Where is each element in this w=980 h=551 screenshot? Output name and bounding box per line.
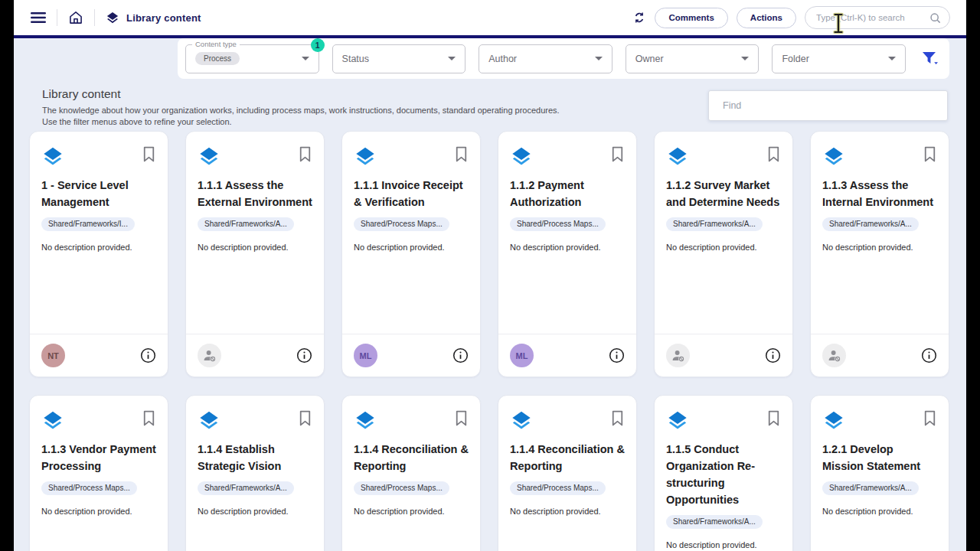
filter-funnel-icon[interactable] — [919, 51, 942, 67]
avatar-initials: NT — [47, 351, 59, 360]
card-title: 1.1.3 Assess the Internal Environment — [822, 177, 937, 210]
content-type-selected-chip[interactable]: Process — [195, 52, 240, 65]
card-description: No description provided. — [510, 243, 625, 252]
bookmark-icon[interactable] — [766, 146, 781, 162]
card-grid: 1 - Service Level Management Shared/Fram… — [29, 131, 949, 551]
process-layers-icon — [354, 410, 377, 431]
process-layers-icon — [198, 146, 220, 167]
person-off-icon — [202, 348, 217, 363]
card-path-chip: Shared/Frameworks/A... — [822, 217, 919, 231]
avatar — [198, 344, 221, 367]
process-layers-icon — [510, 146, 533, 167]
home-icon[interactable] — [68, 10, 83, 25]
bookmark-icon[interactable] — [923, 410, 937, 426]
card-description: No description provided. — [198, 507, 312, 516]
search-icon[interactable] — [929, 11, 942, 24]
info-icon[interactable] — [609, 347, 625, 364]
hamburger-menu-icon[interactable] — [31, 11, 46, 24]
global-search-box[interactable] — [805, 6, 950, 29]
card-path-chip: Shared/Frameworks/I... — [41, 217, 135, 231]
info-icon[interactable] — [140, 347, 156, 364]
process-layers-icon — [822, 146, 845, 167]
avatar-initials: ML — [360, 351, 372, 360]
library-card[interactable]: 1.2.1 Develop Mission Statement Shared/F… — [810, 395, 949, 551]
letterbox-left — [0, 0, 14, 551]
page-title: Library content — [42, 87, 697, 101]
page-header: Library content The knowledge about how … — [42, 87, 697, 128]
actions-button[interactable]: Actions — [737, 8, 796, 28]
card-path-chip: Shared/Frameworks/A... — [198, 217, 294, 231]
library-card[interactable]: 1.1.5 Conduct Organization Re-structurin… — [654, 395, 793, 551]
bookmark-icon[interactable] — [142, 146, 156, 162]
process-layers-icon — [41, 410, 64, 431]
card-description: No description provided. — [354, 507, 469, 516]
bookmark-icon[interactable] — [610, 410, 625, 426]
card-title: 1.1.2 Payment Authorization — [510, 177, 625, 210]
global-search-input[interactable] — [816, 13, 929, 22]
chevron-down-icon — [448, 57, 456, 60]
card-path-chip: Shared/Process Maps... — [354, 217, 449, 231]
card-title: 1.1.1 Invoice Receipt & Verification — [354, 177, 469, 210]
find-input[interactable] — [723, 100, 933, 111]
filter-bar: Content type Process 1 Status Author Own… — [178, 38, 949, 79]
library-card[interactable]: 1.1.3 Vendor Payment Processing Shared/P… — [29, 395, 168, 551]
library-card[interactable]: 1.1.4 Establish Strategic Vision Shared/… — [185, 395, 325, 551]
card-description: No description provided. — [41, 507, 156, 516]
refresh-icon[interactable] — [632, 11, 646, 24]
bookmark-icon[interactable] — [142, 410, 156, 426]
bookmark-icon[interactable] — [923, 146, 937, 162]
process-layers-icon — [666, 410, 689, 431]
library-card[interactable]: 1 - Service Level Management Shared/Fram… — [29, 131, 168, 377]
bookmark-icon[interactable] — [610, 146, 625, 162]
owner-filter[interactable]: Owner — [626, 44, 760, 73]
filter-count-badge: 1 — [311, 38, 325, 52]
info-icon[interactable] — [765, 347, 781, 364]
content-type-filter[interactable]: Content type Process 1 — [185, 44, 319, 73]
info-icon[interactable] — [921, 347, 937, 364]
comments-button[interactable]: Comments — [655, 8, 727, 28]
bookmark-icon[interactable] — [298, 410, 312, 426]
info-icon[interactable] — [452, 347, 469, 364]
library-card[interactable]: 1.1.4 Reconciliation & Reporting Shared/… — [498, 395, 637, 551]
person-off-icon — [671, 348, 685, 363]
folder-filter[interactable]: Folder — [772, 44, 906, 73]
bookmark-icon[interactable] — [766, 410, 781, 426]
card-path-chip: Shared/Frameworks/A... — [822, 481, 919, 495]
author-label: Author — [488, 54, 517, 64]
card-path-chip: Shared/Frameworks/A... — [198, 481, 294, 495]
avatar-initials: ML — [516, 351, 528, 360]
bookmark-icon[interactable] — [454, 146, 469, 162]
card-path-chip: Shared/Process Maps... — [510, 217, 606, 231]
app-window: Library content Comments Actions Content… — [14, 0, 966, 551]
library-card[interactable]: 1.1.2 Survey Market and Determine Needs … — [654, 131, 793, 377]
status-filter[interactable]: Status — [332, 44, 466, 73]
avatar: ML — [510, 344, 534, 367]
author-filter[interactable]: Author — [479, 44, 612, 73]
process-layers-icon — [510, 410, 533, 431]
library-card[interactable]: 1.1.2 Payment Authorization Shared/Proce… — [498, 131, 637, 377]
status-label: Status — [342, 54, 369, 64]
card-title: 1.1.4 Establish Strategic Vision — [198, 441, 312, 474]
card-footer: ML — [342, 334, 480, 377]
bookmark-icon[interactable] — [454, 410, 469, 426]
library-card[interactable]: 1.1.1 Invoice Receipt & Verification Sha… — [341, 131, 481, 377]
library-card[interactable]: 1.1.4 Reconciliation & Reporting Shared/… — [341, 395, 481, 551]
card-path-chip: Shared/Process Maps... — [41, 481, 137, 495]
content-type-label: Content type — [192, 40, 240, 48]
avatar: ML — [354, 344, 377, 367]
info-icon[interactable] — [296, 347, 312, 364]
library-card[interactable]: 1.1.1 Assess the External Environment Sh… — [185, 131, 325, 377]
chevron-down-icon — [741, 57, 749, 60]
bookmark-icon[interactable] — [298, 146, 312, 162]
card-path-chip: Shared/Process Maps... — [510, 481, 606, 495]
divider — [57, 9, 57, 26]
card-description: No description provided. — [510, 507, 625, 516]
card-footer — [186, 334, 324, 377]
process-layers-icon — [198, 410, 220, 431]
chevron-down-icon — [302, 57, 309, 60]
library-card[interactable]: 1.1.3 Assess the Internal Environment Sh… — [810, 131, 949, 377]
find-box[interactable] — [708, 90, 948, 121]
card-description: No description provided. — [666, 243, 781, 252]
card-title: 1 - Service Level Management — [41, 177, 156, 210]
letterbox-right — [966, 0, 980, 551]
